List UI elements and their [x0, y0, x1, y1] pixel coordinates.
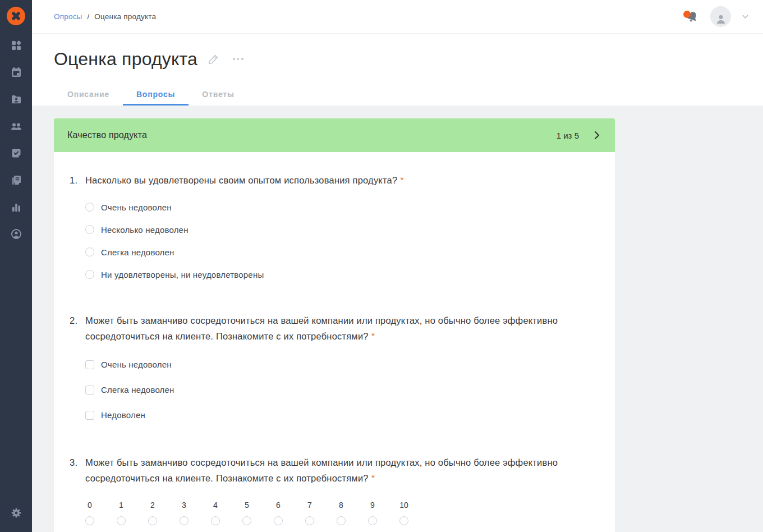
radio-button[interactable]	[180, 516, 189, 525]
calendar-icon[interactable]	[11, 67, 22, 78]
radio-button[interactable]	[85, 516, 94, 525]
checkbox[interactable]	[85, 411, 94, 420]
documents-icon[interactable]	[11, 175, 22, 186]
question-text: Может быть заманчиво сосредоточиться на …	[85, 313, 599, 344]
required-mark: *	[371, 473, 375, 483]
edit-title-button[interactable]	[208, 53, 219, 65]
radio-button[interactable]	[274, 516, 283, 525]
section-header[interactable]: Качество продукта 1 из 5	[54, 118, 615, 152]
option-label[interactable]: Ни удовлетворены, ни неудовлетворены	[101, 270, 264, 279]
radio-button[interactable]	[85, 225, 94, 234]
employee-folder-icon[interactable]	[11, 94, 22, 105]
radio-option[interactable]: Несколько недоволен	[85, 218, 599, 241]
app-logo[interactable]	[7, 7, 25, 25]
question-1: 1. Насколько вы удовлетворены своим опыт…	[70, 172, 599, 286]
checkbox-option[interactable]: Недоволен	[85, 402, 599, 428]
chevron-right-icon[interactable]	[592, 130, 601, 140]
notifications-button[interactable]	[686, 10, 699, 24]
main-area: Опросы / Оценка продукта	[32, 0, 763, 532]
pencil-icon	[208, 53, 219, 65]
topbar: Опросы / Оценка продукта	[32, 0, 763, 34]
breadcrumb-link-surveys[interactable]: Опросы	[54, 12, 82, 21]
scale-value-label: 6	[274, 501, 283, 510]
required-mark: *	[371, 331, 375, 341]
scale-option[interactable]: 9	[368, 501, 399, 525]
scale-value-label: 1	[117, 501, 126, 510]
more-options-button[interactable]	[231, 56, 246, 62]
question-number: 3.	[70, 455, 85, 486]
scale-option[interactable]: 10	[399, 501, 431, 525]
bar-chart-icon[interactable]	[11, 201, 22, 213]
radio-button[interactable]	[211, 516, 220, 525]
required-mark: *	[400, 175, 404, 185]
tabs: Описание Вопросы Ответы	[32, 90, 763, 106]
topbar-right	[686, 6, 748, 27]
notification-badge	[683, 11, 691, 18]
scale-option[interactable]: 5	[242, 501, 274, 525]
radio-button[interactable]	[85, 247, 94, 256]
account-menu-button[interactable]	[742, 15, 748, 19]
scale-option[interactable]: 1	[117, 501, 148, 525]
checkbox[interactable]	[85, 386, 94, 395]
option-label[interactable]: Недоволен	[101, 410, 145, 420]
tab-answers[interactable]: Ответы	[189, 90, 247, 106]
questions-list: 1. Насколько вы удовлетворены своим опыт…	[54, 152, 615, 532]
page-title: Оценка продукта	[54, 48, 197, 70]
scale-value-label: 10	[399, 501, 408, 510]
radio-button[interactable]	[85, 203, 94, 212]
radio-option[interactable]: Очень недоволен	[85, 196, 599, 218]
scale-value-label: 3	[180, 501, 189, 510]
scale-option[interactable]: 2	[148, 501, 180, 525]
question-text: Насколько вы удовлетворены своим опытом …	[85, 172, 599, 188]
dashboard-icon[interactable]	[11, 40, 22, 51]
scale-option[interactable]: 7	[305, 501, 337, 525]
radio-button[interactable]	[399, 516, 408, 525]
option-label[interactable]: Слегка недоволен	[101, 385, 174, 395]
scale-option[interactable]: 8	[337, 501, 368, 525]
checkbox-option[interactable]: Слегка недоволен	[85, 377, 599, 402]
question-2: 2. Может быть заманчиво сосредоточиться …	[70, 313, 599, 428]
scale-option[interactable]: 4	[211, 501, 242, 525]
checkbox-option[interactable]: Очень недоволен	[85, 352, 599, 377]
scale-option[interactable]: 6	[274, 501, 305, 525]
scale-value-label: 0	[85, 501, 94, 510]
gear-icon[interactable]	[11, 507, 22, 519]
breadcrumb-current: Оценка продукта	[94, 12, 156, 21]
question-text: Может быть заманчиво сосредоточиться на …	[85, 455, 599, 486]
question-number: 2.	[70, 313, 85, 344]
title-row: Оценка продукта	[32, 34, 763, 70]
scale-value-label: 7	[305, 501, 314, 510]
radio-button[interactable]	[305, 516, 314, 525]
section-title: Качество продукта	[67, 130, 147, 140]
option-label[interactable]: Несколько недоволен	[101, 225, 189, 235]
radio-option[interactable]: Слегка недоволен	[85, 241, 599, 263]
radio-button[interactable]	[117, 516, 126, 525]
profile-icon[interactable]	[11, 228, 22, 240]
ellipsis-icon	[233, 58, 235, 60]
task-check-icon[interactable]	[11, 148, 22, 159]
option-label[interactable]: Очень недоволен	[101, 203, 172, 212]
app-root: Опросы / Оценка продукта	[0, 0, 763, 532]
scale-option[interactable]: 0	[85, 501, 117, 525]
tab-questions[interactable]: Вопросы	[123, 90, 189, 106]
radio-button[interactable]	[337, 516, 346, 525]
avatar[interactable]	[710, 6, 731, 27]
option-label[interactable]: Слегка недоволен	[101, 247, 174, 257]
tab-description[interactable]: Описание	[54, 90, 123, 106]
option-label[interactable]: Очень недоволен	[101, 360, 172, 369]
users-icon[interactable]	[11, 121, 22, 132]
checkbox[interactable]	[85, 360, 94, 369]
radio-button[interactable]	[242, 516, 251, 525]
radio-button[interactable]	[368, 516, 377, 525]
radio-button[interactable]	[148, 516, 157, 525]
user-icon	[715, 13, 727, 27]
radio-option[interactable]: Ни удовлетворены, ни неудовлетворены	[85, 263, 599, 286]
scale-value-label: 9	[368, 501, 377, 510]
question-3: 3. Может быть заманчиво сосредоточиться …	[70, 455, 599, 525]
scale-value-label: 5	[242, 501, 251, 510]
breadcrumb-separator: /	[87, 12, 89, 21]
chevron-down-icon	[742, 15, 748, 19]
scale-option[interactable]: 3	[180, 501, 211, 525]
rating-scale: 0 1 2	[70, 501, 599, 525]
radio-button[interactable]	[85, 270, 94, 279]
